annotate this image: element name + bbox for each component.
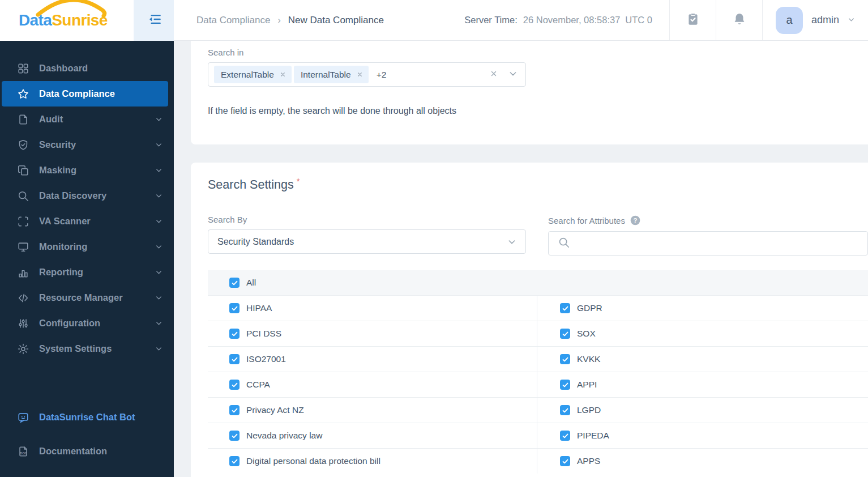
checkbox-pci-dss[interactable] xyxy=(229,329,240,339)
selected-tags: ExternalTableInternalTable xyxy=(212,66,369,83)
select-all-row: All xyxy=(208,270,868,295)
search-icon xyxy=(17,190,29,202)
standard-label: HIPAA xyxy=(246,303,272,313)
star-icon xyxy=(17,88,29,100)
checkbox-apps[interactable] xyxy=(560,456,570,466)
chevron-down-icon xyxy=(507,237,516,246)
search-in-multiselect[interactable]: ExternalTableInternalTable +2 xyxy=(208,62,526,87)
checkbox-kvkk[interactable] xyxy=(560,354,570,364)
mask-icon xyxy=(17,164,29,177)
search-attributes-input[interactable] xyxy=(548,231,868,255)
server-time-label: Server Time: xyxy=(464,15,518,25)
sidebar-item-label: Reporting xyxy=(39,267,83,278)
sidebar-item-data-discovery[interactable]: Data Discovery xyxy=(0,183,174,208)
search-attributes-label: Search for Attributes xyxy=(548,216,625,225)
clipboard-check-icon xyxy=(686,12,700,29)
sidebar: DataSunrise DashboardData ComplianceAudi… xyxy=(0,0,174,477)
breadcrumb-separator: › xyxy=(277,15,280,25)
chevron-down-icon xyxy=(155,345,163,352)
server-time: Server Time: 26 November, 08:58:37 UTC 0 xyxy=(464,0,652,40)
checkbox-digital-personal-data-protection-bill[interactable] xyxy=(229,456,240,466)
sidebar-item-masking[interactable]: Masking xyxy=(0,157,174,183)
standard-label: KVKK xyxy=(577,354,600,364)
sidebar-item-data-compliance[interactable]: Data Compliance xyxy=(2,81,168,107)
checkbox-nevada-privacy-law[interactable] xyxy=(229,431,240,441)
svg-text:DOC: DOC xyxy=(20,451,27,454)
standards-checkbox-list: All HIPAAGDPRPCI DSSSOXISO27001KVKKCCPAA… xyxy=(208,270,868,474)
svg-text:?: ? xyxy=(633,217,637,224)
clear-selection-icon[interactable] xyxy=(490,70,498,80)
help-icon[interactable]: ? xyxy=(630,215,641,226)
chevron-down-icon xyxy=(155,218,163,225)
standard-label: PCI DSS xyxy=(246,329,281,339)
sidebar-footer: DataSunrise Chat BotDOCDocumentation xyxy=(0,404,174,472)
chevron-down-icon xyxy=(155,167,163,174)
chevron-down-icon[interactable] xyxy=(508,69,518,80)
standard-row-nevada-privacy-law: Nevada privacy law xyxy=(208,423,537,448)
sidebar-item-label: Resource Manager xyxy=(39,292,123,303)
search-settings-card: Search Settings* Search By Security Stan… xyxy=(191,163,868,477)
sidebar-item-label: Monitoring xyxy=(39,241,87,252)
sidebar-item-dashboard[interactable]: Dashboard xyxy=(0,56,174,81)
page-content: Search in ExternalTableInternalTable +2 … xyxy=(174,41,868,477)
standard-label: Privacy Act NZ xyxy=(246,405,304,415)
search-by-select[interactable]: Security Standards xyxy=(208,229,526,254)
server-time-zone: UTC 0 xyxy=(625,15,652,25)
standard-label: ISO27001 xyxy=(246,354,286,364)
sidebar-item-resource-manager[interactable]: Resource Manager xyxy=(0,285,174,310)
standard-label: PIPEDA xyxy=(577,431,609,441)
settings-form-row: Search By Security Standards Search for … xyxy=(208,215,868,255)
checkbox-hipaa[interactable] xyxy=(229,303,240,313)
standard-row-gdpr: GDPR xyxy=(537,295,868,321)
user-name: admin xyxy=(811,14,839,26)
standard-row-pci-dss: PCI DSS xyxy=(208,321,537,346)
tag-close-icon[interactable] xyxy=(280,71,286,78)
sidebar-item-va-scanner[interactable]: VA Scanner xyxy=(0,208,174,234)
search-settings-title: Search Settings* xyxy=(208,176,868,192)
sidebar-item-configuration[interactable]: Configuration xyxy=(0,310,174,336)
checkbox-pipeda[interactable] xyxy=(560,431,570,441)
checkbox-iso27001[interactable] xyxy=(229,354,240,364)
checkbox-sox[interactable] xyxy=(560,329,570,339)
checkbox-appi[interactable] xyxy=(560,380,570,390)
chevron-down-icon xyxy=(848,15,855,25)
checkbox-gdpr[interactable] xyxy=(560,303,570,313)
checkbox-all[interactable] xyxy=(229,278,240,288)
gear-icon xyxy=(17,343,29,355)
standard-row-kvkk: KVKK xyxy=(537,346,868,372)
sidebar-nav: DashboardData ComplianceAuditSecurityMas… xyxy=(0,41,174,361)
sidebar-collapse-button[interactable] xyxy=(134,0,174,41)
sidebar-item-label: Dashboard xyxy=(39,63,88,74)
dashboard-icon xyxy=(17,62,29,75)
standard-label: APPI xyxy=(577,380,597,390)
user-menu[interactable]: a admin xyxy=(762,0,868,40)
sidebar-item-label: Data Compliance xyxy=(39,88,115,99)
chart-icon xyxy=(17,266,29,279)
sidebar-item-system-settings[interactable]: System Settings xyxy=(0,336,174,361)
sidebar-item-audit[interactable]: Audit xyxy=(0,107,174,132)
sidebar-item-documentation[interactable]: DOCDocumentation xyxy=(0,438,174,464)
standard-label: LGPD xyxy=(577,405,601,415)
checkbox-privacy-act-nz[interactable] xyxy=(229,405,240,415)
checkbox-ccpa[interactable] xyxy=(229,380,240,390)
chevron-down-icon xyxy=(155,294,163,301)
sidebar-item-datasunrise-chat-bot[interactable]: DataSunrise Chat Bot xyxy=(0,404,174,430)
breadcrumb-parent[interactable]: Data Compliance xyxy=(196,15,270,26)
standard-label: GDPR xyxy=(577,303,602,313)
checkbox-lgpd[interactable] xyxy=(560,405,570,415)
logo-bar: DataSunrise xyxy=(0,0,174,41)
search-by-value: Security Standards xyxy=(217,237,294,247)
notifications-button[interactable] xyxy=(716,0,762,40)
chevron-down-icon xyxy=(155,269,163,276)
sidebar-item-monitoring[interactable]: Monitoring xyxy=(0,234,174,259)
sidebar-item-label: Masking xyxy=(39,165,76,176)
sidebar-item-security[interactable]: Security xyxy=(0,132,174,157)
code-icon xyxy=(17,292,29,304)
tag-close-icon[interactable] xyxy=(357,71,363,78)
chevron-down-icon xyxy=(155,320,163,327)
tasks-button[interactable] xyxy=(669,0,716,40)
standard-label: CCPA xyxy=(246,380,270,390)
standard-row-iso27001: ISO27001 xyxy=(208,346,537,372)
sidebar-item-reporting[interactable]: Reporting xyxy=(0,259,174,285)
sidebar-item-label: Data Discovery xyxy=(39,190,106,201)
